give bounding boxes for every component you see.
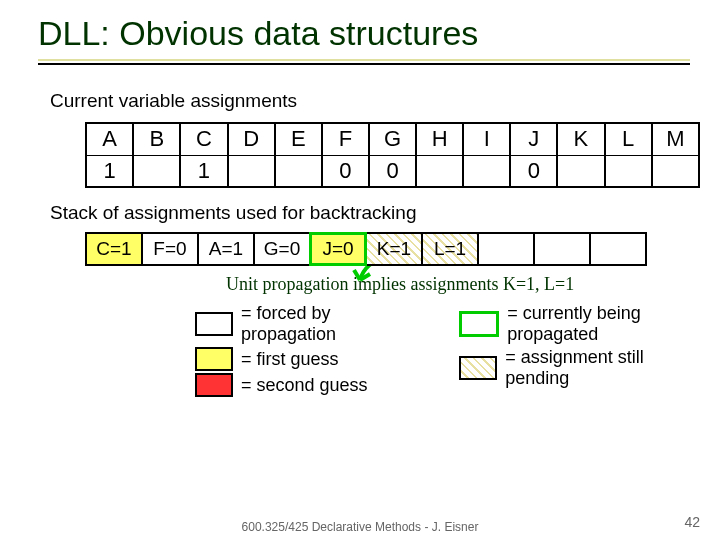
var-value bbox=[652, 155, 699, 187]
var-header: C bbox=[180, 123, 227, 155]
var-value: 0 bbox=[510, 155, 557, 187]
stack-cell bbox=[478, 233, 534, 265]
var-value bbox=[416, 155, 463, 187]
stack-cell: J=0 bbox=[310, 233, 366, 265]
var-header: F bbox=[322, 123, 369, 155]
legend-label: = forced by propagation bbox=[241, 303, 399, 345]
stack-cell: F=0 bbox=[142, 233, 198, 265]
legend-label: = second guess bbox=[241, 375, 368, 396]
var-value bbox=[463, 155, 510, 187]
page-title: DLL: Obvious data structures bbox=[38, 14, 690, 61]
legend: = forced by propagation = first guess = … bbox=[195, 301, 700, 399]
propagation-annotation: Unit propagation implies assignments K=1… bbox=[226, 274, 700, 295]
stack-cell bbox=[534, 233, 590, 265]
var-value: 0 bbox=[369, 155, 416, 187]
var-header: A bbox=[86, 123, 133, 155]
var-value bbox=[228, 155, 275, 187]
var-value bbox=[275, 155, 322, 187]
footer: 600.325/425 Declarative Methods - J. Eis… bbox=[0, 520, 720, 534]
section1-label: Current variable assignments bbox=[50, 90, 700, 112]
var-header: G bbox=[369, 123, 416, 155]
var-value bbox=[557, 155, 604, 187]
var-header: E bbox=[275, 123, 322, 155]
section2-label: Stack of assignments used for backtracki… bbox=[50, 202, 700, 224]
variables-table: A B C D E F G H I J K L M 1 1 0 0 0 bbox=[85, 122, 700, 188]
swatch-second-guess bbox=[195, 373, 233, 397]
var-header: J bbox=[510, 123, 557, 155]
swatch-forced bbox=[195, 312, 233, 336]
swatch-pending bbox=[459, 356, 497, 380]
stack-cell: C=1 bbox=[86, 233, 142, 265]
stack-cell: G=0 bbox=[254, 233, 310, 265]
page-number: 42 bbox=[684, 514, 700, 530]
var-value: 1 bbox=[86, 155, 133, 187]
var-value: 1 bbox=[180, 155, 227, 187]
stack-cell: K=1 bbox=[366, 233, 422, 265]
var-header: B bbox=[133, 123, 180, 155]
legend-label: = first guess bbox=[241, 349, 339, 370]
var-value: 0 bbox=[322, 155, 369, 187]
var-header: L bbox=[605, 123, 652, 155]
var-header: K bbox=[557, 123, 604, 155]
stack-cell bbox=[590, 233, 646, 265]
legend-label: = currently being propagated bbox=[507, 303, 700, 345]
var-header: M bbox=[652, 123, 699, 155]
legend-label: = assignment still pending bbox=[505, 347, 700, 389]
stack-cell: L=1 bbox=[422, 233, 478, 265]
stack-cell: A=1 bbox=[198, 233, 254, 265]
var-header: I bbox=[463, 123, 510, 155]
var-header: H bbox=[416, 123, 463, 155]
stack-table: C=1F=0A=1G=0J=0K=1L=1 bbox=[85, 232, 647, 266]
var-header: D bbox=[228, 123, 275, 155]
swatch-first-guess bbox=[195, 347, 233, 371]
var-value bbox=[605, 155, 652, 187]
swatch-current-propagation bbox=[459, 311, 499, 337]
var-value bbox=[133, 155, 180, 187]
